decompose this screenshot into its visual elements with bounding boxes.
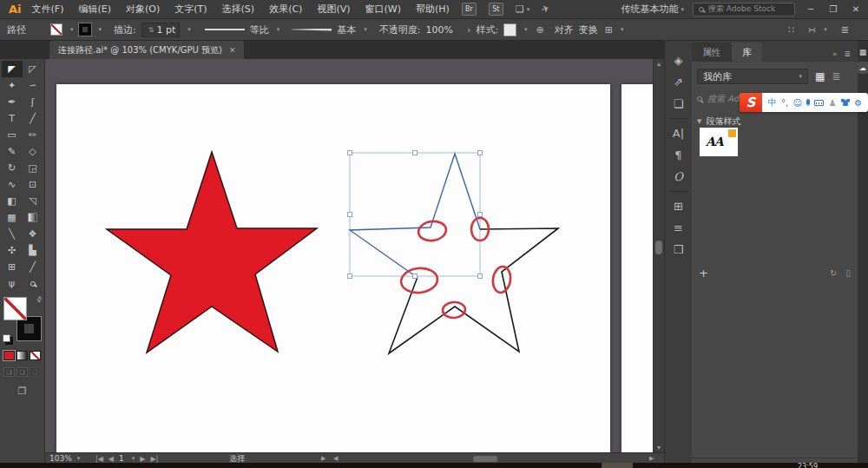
swap-fill-stroke-icon[interactable]: ⇄ [35, 294, 44, 304]
column-graph-tool[interactable]: ▙ [23, 242, 43, 259]
draw-inside-button[interactable]: ❏ [30, 367, 41, 377]
menu-9[interactable]: 帮助(H) [416, 3, 450, 16]
overflow-arrow-icon[interactable]: › [467, 24, 470, 36]
last-artboard-button[interactable]: ▶| [150, 455, 158, 463]
add-library-item-button[interactable]: + [699, 267, 708, 280]
symbol-sprayer-tool[interactable]: ✣ [2, 242, 23, 259]
fill-color-swatch[interactable] [3, 297, 27, 320]
microphone-icon[interactable] [806, 99, 810, 106]
artboard-2[interactable] [621, 84, 653, 452]
menu-5[interactable]: 选择(S) [222, 3, 255, 16]
paintbrush-tool[interactable]: ✏ [23, 127, 43, 143]
align-button[interactable]: 对齐 [555, 23, 574, 36]
eraser-tool[interactable]: ◇ [23, 143, 43, 160]
trash-icon[interactable]: ▯ [845, 268, 851, 278]
blend-tool[interactable]: ❖ [23, 226, 43, 242]
taskbar-item[interactable] [602, 463, 633, 468]
menu-3[interactable]: 对象(O) [126, 3, 160, 16]
menu-4[interactable]: 文字(T) [174, 3, 207, 16]
opentype-panel-icon[interactable]: O [665, 166, 692, 188]
character-panel-icon[interactable]: A| [665, 122, 692, 144]
artboard-number[interactable]: 1 [119, 454, 124, 463]
artboard-tool[interactable]: ⊞ [2, 259, 23, 275]
shape-builder-tool[interactable]: ◧ [2, 193, 23, 209]
distribute-icon[interactable]: ∺ [808, 24, 816, 36]
none-button[interactable] [30, 351, 41, 360]
panel-list-icon[interactable]: ≣ [841, 24, 849, 36]
menu-8[interactable]: 窗口(W) [365, 3, 401, 16]
sync-icon[interactable]: ↻ [830, 268, 837, 278]
artboards-panel-icon[interactable]: ❏ [665, 93, 692, 115]
lasso-tool[interactable]: ∽ [23, 77, 43, 94]
layers-panel-icon[interactable]: ◈ [665, 49, 692, 71]
zoom-tool[interactable] [23, 275, 43, 292]
brush-select[interactable]: 基本 [337, 23, 356, 36]
grid-view-icon[interactable]: ▦ [815, 70, 825, 82]
user-icon[interactable]: ♟ [829, 98, 837, 108]
stroke-weight-field[interactable]: ⇅ 1 pt [141, 23, 181, 37]
settings-wrench-icon[interactable]: ⚙ [854, 98, 862, 108]
width-tool[interactable]: ∿ [2, 176, 23, 193]
library-select[interactable]: 我的库 ▾ [697, 69, 808, 84]
mesh-tool[interactable]: ▦ [2, 209, 23, 226]
export-panel-icon[interactable]: ⇗ [665, 71, 692, 93]
panel-menu-icon[interactable]: ≣ [844, 49, 851, 58]
punctuation-icon[interactable]: °, [781, 98, 788, 108]
global-edit-icon[interactable]: ⊕ [536, 24, 544, 36]
magic-wand-tool[interactable]: ✦ [2, 77, 23, 94]
tab-库[interactable]: 库 [732, 43, 762, 62]
rectangle-tool[interactable]: ▭ [2, 127, 23, 143]
transform-panel-icon[interactable]: ⊞ [665, 195, 692, 217]
screen-mode-button[interactable]: ❐ [18, 386, 27, 397]
paragraph-panel-icon[interactable]: ¶ [665, 144, 692, 166]
arrange-icon[interactable]: ∷ [788, 24, 794, 36]
emoji-icon[interactable]: ☺ [792, 98, 801, 108]
close-tab-icon[interactable]: ✕ [229, 46, 236, 55]
library-search-input[interactable]: 搜索 Ado [697, 93, 744, 105]
stroke-color-swatch[interactable] [17, 317, 41, 340]
stock-button[interactable]: St [489, 3, 503, 16]
type-tool[interactable]: T [2, 110, 23, 127]
gradient-button[interactable] [16, 351, 28, 360]
hand-tool[interactable]: ψ [2, 275, 23, 292]
shape-props-icon[interactable]: ⊞ [605, 24, 613, 36]
draw-behind-button[interactable]: ❏ [16, 367, 28, 377]
tab-属性[interactable]: 属性 [692, 43, 732, 62]
workspace-switch-icon[interactable]: ❏ [516, 3, 524, 15]
style-swatch[interactable] [503, 23, 516, 36]
menu-1[interactable]: 文件(F) [32, 3, 64, 16]
menu-7[interactable]: 视图(V) [317, 3, 350, 16]
opacity-value[interactable]: 100% [426, 24, 453, 36]
color-button[interactable] [3, 351, 15, 360]
sogou-logo[interactable]: S [740, 93, 762, 112]
selection-tool[interactable]: ◤ [2, 61, 23, 77]
skin-shirt-icon[interactable] [841, 99, 850, 106]
scroll-down-icon[interactable]: ▾ [654, 444, 664, 452]
free-transform-tool[interactable]: ⊡ [23, 176, 43, 193]
line-segment-tool[interactable]: ╱ [23, 110, 43, 127]
horizontal-scroll-thumb[interactable] [473, 456, 497, 462]
restore-button[interactable]: ❐ [826, 4, 840, 14]
minimize-button[interactable]: ─ [804, 4, 818, 14]
pathfinder-panel-icon[interactable]: ❒ [665, 239, 692, 260]
stroke-swatch[interactable] [79, 23, 91, 36]
transform-button[interactable]: 变换 [579, 23, 598, 36]
perspective-grid-tool[interactable]: ◹ [23, 193, 43, 209]
document-tab[interactable]: 连接路径.ai* @ 103% (CMYK/GPU 预览) ✕ [49, 41, 244, 59]
direct-selection-tool[interactable]: ◸ [23, 61, 43, 77]
vertical-scroll-thumb[interactable] [655, 241, 662, 254]
draw-normal-button[interactable]: ❏ [3, 367, 15, 377]
menu-2[interactable]: 编辑(E) [78, 3, 111, 16]
pen-tool[interactable]: ✒ [2, 94, 23, 110]
canvas-area[interactable]: ▴ ▾ [45, 59, 664, 452]
keyboard-icon[interactable] [814, 100, 824, 106]
share-icon[interactable]: ✈ [540, 3, 551, 16]
workspace-selector[interactable]: 传统基本功能 ▾ [621, 3, 684, 16]
gradient-tool[interactable] [23, 209, 43, 226]
close-button[interactable]: ✕ [849, 4, 863, 14]
zoom-level-value[interactable]: 103% [49, 454, 72, 463]
first-artboard-button[interactable]: |◀ [95, 455, 103, 463]
artboard[interactable] [56, 84, 610, 452]
creative-cloud-icon[interactable]: ☁ [858, 62, 868, 74]
eyedropper-tool[interactable]: ╲ [2, 226, 23, 242]
